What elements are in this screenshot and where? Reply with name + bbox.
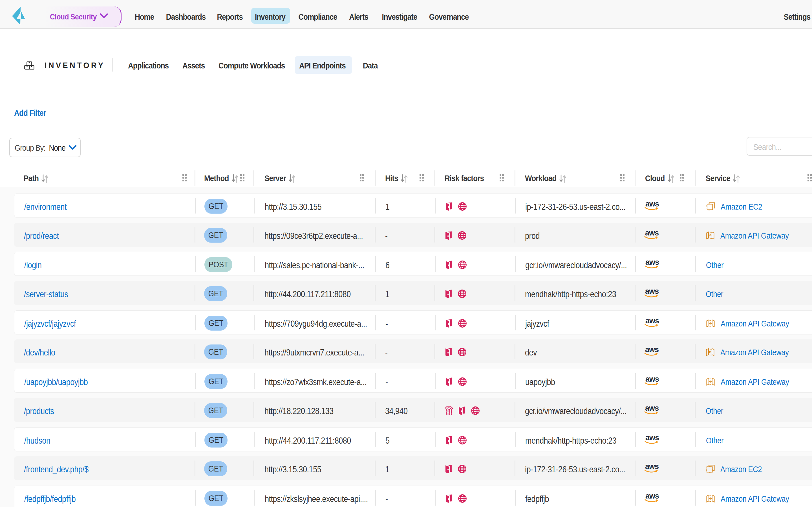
svg-text:aws: aws [645, 404, 659, 412]
svg-text:aws: aws [645, 258, 659, 267]
svg-text:aws: aws [645, 492, 659, 500]
svg-text:aws: aws [645, 434, 659, 442]
svg-text:aws: aws [645, 375, 659, 383]
svg-text:aws: aws [645, 200, 659, 208]
svg-text:aws: aws [645, 287, 659, 295]
svg-text:aws: aws [645, 229, 659, 237]
svg-text:aws: aws [645, 345, 659, 354]
svg-text:aws: aws [645, 462, 659, 471]
svg-text:aws: aws [645, 317, 659, 325]
